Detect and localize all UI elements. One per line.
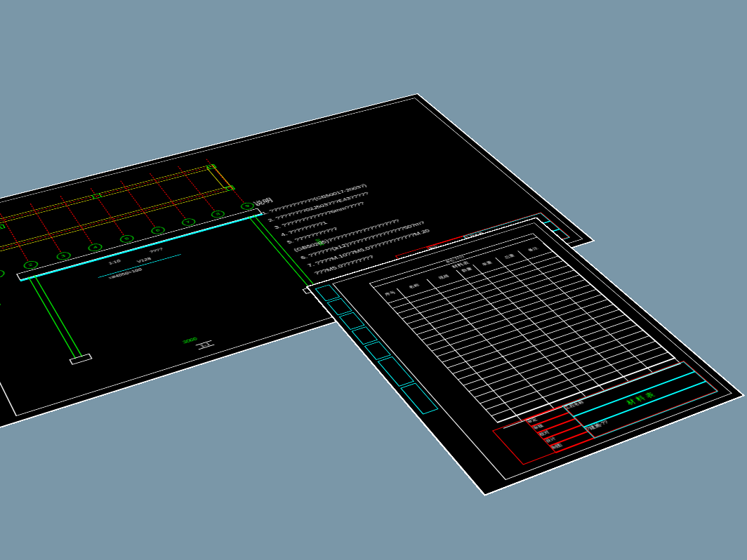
dim: 3000 [182, 337, 198, 345]
grid-bubble: 1 [0, 269, 6, 279]
ml-row [492, 352, 675, 422]
cut-label: 1-1 [195, 340, 214, 350]
dim: 2300 [315, 238, 326, 246]
grid-bubble: 4 [86, 242, 104, 253]
detail-leader [98, 254, 181, 278]
detail-label: =#4050=100 [107, 267, 143, 280]
dim: 1470 [0, 298, 2, 307]
title-block: 审定 审核 校对 设计 制图 工程名称 材 料 表 ?建施-?? [492, 361, 718, 465]
ml-row [480, 341, 662, 409]
plan-view: A B 1 2 3 4 5 6 7 8 9 [0, 159, 244, 270]
tb-project: 工程名称 [562, 361, 696, 418]
ml-row [475, 336, 656, 404]
grid-bubble: 3 [55, 251, 72, 262]
pile-left [28, 275, 83, 359]
section-tag: 1-1 [0, 224, 6, 231]
column [91, 193, 102, 199]
tb-cell: 设计 [543, 424, 590, 446]
grid-bubble: 2 [22, 260, 39, 270]
tb-cell: 审定 [524, 406, 571, 427]
callout: ???? [149, 247, 164, 253]
tb-name: 材 料 表 [572, 371, 707, 428]
scale-callout: 1:10 [108, 259, 121, 265]
tb-cell: 制图 [548, 430, 595, 453]
tb-cell: 审核 [530, 411, 576, 433]
pile-tip [69, 354, 92, 365]
grid-bubble: 6 [149, 225, 166, 235]
company-logo [494, 420, 556, 465]
grid-bubble: 5 [118, 234, 135, 244]
ml-row [487, 347, 669, 415]
tb-cell: 校对 [536, 418, 583, 440]
callout: V128 [136, 257, 152, 264]
beam-bottom [0, 186, 234, 255]
ml-row [470, 331, 650, 397]
drawing-frame: 单位:???? 材料表 序号 名称 规格 数量 单重 总重 备注 审定 审核 校… [332, 222, 732, 480]
ml-row [498, 358, 681, 429]
tb-num: ?建施-?? [583, 380, 718, 439]
